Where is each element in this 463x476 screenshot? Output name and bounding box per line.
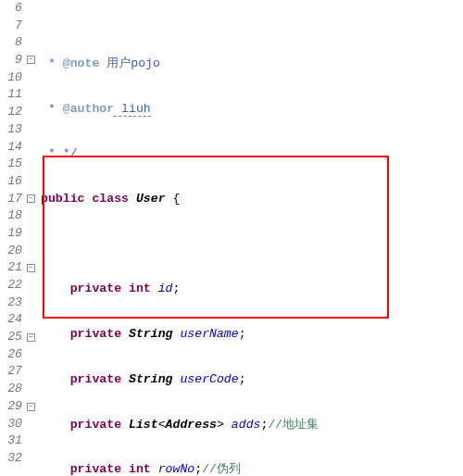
line-number: 14 (0, 139, 22, 157)
code-line: * @author liuh (41, 101, 463, 119)
code-editor[interactable]: 6 7 8 9 10 11 12 13 14 15 16 17 18 19 20… (0, 0, 463, 476)
line-number: 15 (0, 156, 22, 173)
code-line (41, 236, 463, 254)
code-line: * */ (41, 145, 463, 163)
line-number: 32 (0, 450, 22, 468)
fold-toggle-icon[interactable] (27, 264, 35, 272)
line-number: 11 (0, 86, 22, 104)
code-area[interactable]: * @note 用户pojo * @author liuh * */ publi… (39, 0, 463, 476)
code-line: private int id; (41, 281, 463, 298)
line-number: 25 (0, 329, 22, 346)
fold-toggle-icon[interactable] (27, 56, 35, 64)
line-number: 12 (0, 104, 22, 121)
line-number: 30 (0, 416, 22, 433)
fold-toggle-icon[interactable] (27, 194, 35, 203)
line-number: 29 (0, 398, 22, 416)
line-number: 28 (0, 381, 22, 398)
line-number: 26 (0, 346, 22, 364)
line-number: 23 (0, 294, 22, 312)
line-number: 18 (0, 207, 22, 225)
line-number: 7 (0, 18, 22, 35)
line-number: 10 (0, 69, 22, 87)
line-number: 17 (0, 191, 22, 208)
line-number: 24 (0, 311, 22, 329)
code-line: private String userName; (41, 326, 463, 344)
code-line: * @note 用户pojo (41, 56, 463, 73)
code-line: private List<Address> adds;//地址集 (41, 417, 463, 434)
fold-toggle-icon[interactable] (27, 333, 35, 342)
line-number: 31 (0, 432, 22, 450)
line-number: 27 (0, 363, 22, 381)
line-number: 13 (0, 121, 22, 139)
line-number: 20 (0, 243, 22, 260)
code-line: public class User { (41, 191, 463, 208)
line-number: 22 (0, 277, 22, 294)
fold-marker-gutter (26, 0, 39, 476)
code-line: private int rowNo;//伪列 (41, 461, 463, 476)
line-number: 6 (0, 0, 22, 18)
line-number: 21 (0, 259, 22, 277)
code-line: private String userCode; (41, 371, 463, 389)
line-number: 16 (0, 173, 22, 191)
fold-toggle-icon[interactable] (27, 403, 35, 411)
line-number: 8 (0, 34, 22, 52)
line-number-gutter: 6 7 8 9 10 11 12 13 14 15 16 17 18 19 20… (0, 0, 26, 476)
line-number: 19 (0, 225, 22, 243)
line-number: 9 (0, 52, 22, 69)
